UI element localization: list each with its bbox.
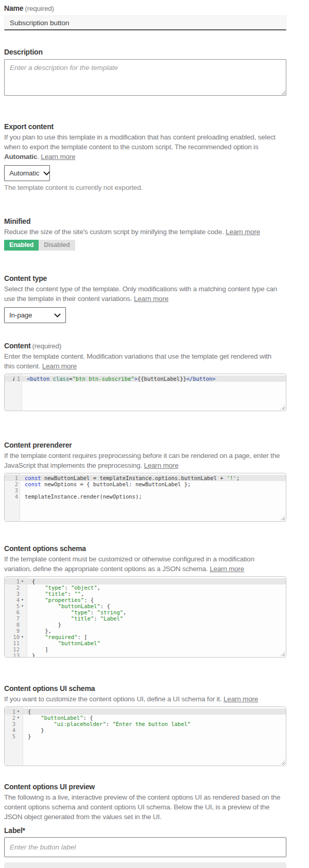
content-options-ui-schema-code-editor[interactable]: 1▾{2▾ "buttonLabel": {3 "ui:placeholder"…: [4, 706, 286, 766]
line-number-text: 10: [13, 634, 20, 640]
code-line: 1const newButtonLabel = templateInstance…: [5, 475, 286, 481]
export-content-label: Export content: [4, 122, 305, 131]
minified-disabled-button[interactable]: Disabled: [39, 240, 75, 251]
line-number: 1: [5, 475, 20, 481]
code-line: 6 "type": "string",: [5, 609, 286, 615]
export-content-select-value: Automatic: [9, 169, 39, 177]
section-content-prerenderer: Content prerenderer If the template cont…: [4, 441, 305, 522]
content-options-schema-learn-more-link[interactable]: Learn more: [210, 565, 244, 573]
description-label: Description: [4, 48, 305, 56]
content-prerenderer-code-editor[interactable]: 1const newButtonLabel = templateInstance…: [4, 473, 286, 522]
code-text: },: [27, 628, 52, 634]
minified-label: Minified: [4, 217, 305, 225]
content-learn-more-link[interactable]: Learn more: [42, 362, 77, 370]
resize-handle[interactable]: [280, 516, 285, 520]
content-options-schema-code-editor[interactable]: 1▾{2 "type": "object",3 "title": "",4▾ "…: [4, 576, 286, 658]
resize-handle[interactable]: [280, 405, 285, 410]
chevron-down-icon: [50, 311, 61, 319]
code-line: 3 "ui:placeholder": "Enter the button la…: [5, 721, 286, 727]
code-text: "required": [: [27, 634, 87, 640]
minified-enabled-button[interactable]: Enabled: [4, 240, 39, 251]
export-content-select[interactable]: Automatic: [4, 165, 50, 181]
template-settings-form: Name(required) Description Export conten…: [0, 0, 309, 868]
code-text: "buttonLabel": {: [23, 715, 93, 721]
line-number: i1: [5, 376, 22, 382]
code-text: <button class="btn btn-subscribe">{{butt…: [22, 376, 216, 382]
line-number: 4▾: [5, 597, 27, 603]
name-input[interactable]: [4, 15, 286, 30]
line-number: 2: [5, 584, 27, 591]
minified-help-text: Reduce the size of the site's custom scr…: [4, 228, 226, 236]
content-type-label: Content type: [4, 274, 305, 282]
section-content-options-ui-preview: Content options UI preview The following…: [4, 783, 305, 868]
line-number-text: 7: [16, 615, 20, 622]
content-prerenderer-learn-more-link[interactable]: Learn more: [144, 462, 178, 469]
line-number: 5: [5, 733, 23, 739]
line-number: 10▾: [5, 634, 27, 640]
line-number-text: 3: [16, 591, 20, 597]
code-line: 2 "type": "object",: [5, 584, 286, 591]
export-learn-more-link[interactable]: Learn more: [41, 153, 75, 161]
export-content-status: The template content is currently not ex…: [4, 184, 305, 191]
code-line: 7 "title": "Label": [5, 615, 286, 622]
content-options-ui-schema-label: Content options UI schema: [4, 684, 305, 693]
line-number-text: 13: [13, 652, 20, 658]
code-line: 11 "buttonLabel": [5, 640, 286, 646]
content-options-schema-label: Content options schema: [4, 544, 305, 553]
annotation-info-icon: i: [12, 376, 14, 382]
content-options-ui-schema-learn-more-link[interactable]: Learn more: [224, 695, 258, 703]
content-help: Enter the template content. Modification…: [4, 351, 283, 371]
minified-toggle: Enabled Disabled: [4, 240, 305, 251]
line-number-text: 2: [16, 584, 20, 591]
code-line: i1<button class="btn btn-subscribe">{{bu…: [5, 376, 286, 382]
code-text: "ui:placeholder": "Enter the button labe…: [23, 721, 191, 727]
minified-learn-more-link[interactable]: Learn more: [226, 228, 260, 236]
name-required-suffix: (required): [25, 5, 54, 12]
line-number-text: 1: [17, 376, 20, 382]
description-textarea[interactable]: [4, 59, 286, 96]
fold-arrow-icon[interactable]: ▾: [20, 578, 25, 584]
code-line: 8 }: [5, 622, 286, 628]
content-required-suffix: (required): [32, 342, 61, 350]
fold-arrow-icon[interactable]: ▾: [20, 634, 25, 640]
code-line: 2const newOptions = { buttonLabel: newBu…: [5, 481, 286, 487]
code-line: 5}: [5, 733, 286, 739]
code-text: "buttonLabel": [27, 640, 100, 646]
resize-handle[interactable]: [280, 760, 285, 765]
content-code-editor[interactable]: i1<button class="btn btn-subscribe">{{bu…: [4, 374, 286, 411]
fold-arrow-icon[interactable]: ▾: [20, 603, 25, 609]
minified-help: Reduce the size of the site's custom scr…: [4, 227, 283, 237]
code-text: "title": "",: [27, 591, 84, 597]
line-number: 2▾: [5, 715, 23, 721]
line-number: 12: [5, 646, 27, 652]
fold-arrow-icon[interactable]: ▾: [15, 715, 21, 721]
line-number: 3: [5, 591, 27, 597]
code-line: 4 }: [5, 727, 286, 733]
line-number-text: 1: [15, 475, 18, 481]
content-prerenderer-help-text: If the template content requires preproc…: [4, 452, 280, 469]
content-type-learn-more-link[interactable]: Learn more: [134, 295, 168, 303]
section-content-options-ui-schema: Content options UI schema If you want to…: [4, 684, 305, 766]
code-line: 1▾{: [5, 708, 286, 715]
fold-arrow-icon[interactable]: ▾: [15, 708, 21, 715]
content-options-ui-schema-help: If you want to customize the content opt…: [4, 694, 283, 704]
line-number-text: 5: [12, 733, 15, 739]
button-label-input[interactable]: [4, 837, 286, 857]
code-line: 12 ]: [5, 646, 286, 652]
line-number-text: 11: [13, 640, 20, 646]
line-number: 9: [5, 628, 27, 634]
content-label-text: Content: [4, 342, 30, 350]
line-number: 2: [5, 481, 20, 487]
chevron-down-icon: [39, 169, 50, 177]
code-text: "title": "Label": [27, 615, 123, 622]
code-line: 10▾ "required": [: [5, 634, 286, 640]
code-text: {: [23, 708, 31, 715]
line-number-text: 12: [13, 646, 20, 652]
content-prerenderer-label: Content prerenderer: [4, 441, 305, 449]
fold-arrow-icon[interactable]: ▾: [20, 597, 25, 603]
line-number: 5▾: [5, 603, 27, 609]
content-type-select[interactable]: In-page: [4, 307, 66, 323]
code-text: {: [27, 578, 35, 584]
export-help-bold: Automatic: [4, 153, 37, 161]
code-line: 2▾ "buttonLabel": {: [5, 715, 286, 721]
